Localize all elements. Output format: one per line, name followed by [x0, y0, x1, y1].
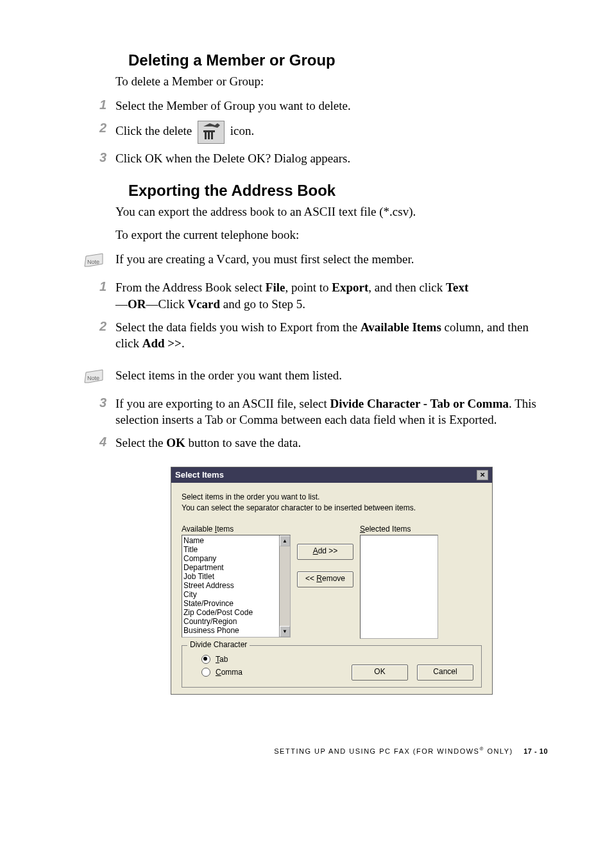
export-step1: From the Address Book select File, point…: [115, 279, 548, 312]
heading-exporting: Exporting the Address Book: [128, 182, 548, 200]
svg-rect-2: [208, 132, 210, 139]
intro-export-1: You can export the address book to an AS…: [115, 205, 548, 219]
dialog-instructions: Select items in the order you want to li…: [182, 492, 482, 514]
svg-rect-4: [203, 130, 215, 132]
list-item[interactable]: Zip Code/Post Code: [183, 608, 289, 617]
dialog-title: Select Items: [175, 470, 224, 480]
export-step3: If you are exporting to an ASCII file, s…: [115, 395, 548, 428]
ok-button[interactable]: OK: [352, 664, 408, 681]
step-number: 3: [83, 395, 115, 410]
list-item[interactable]: Street Address: [183, 581, 289, 590]
scroll-down-icon[interactable]: ▼: [280, 626, 290, 637]
svg-text:Note: Note: [87, 259, 99, 265]
list-item[interactable]: Title: [183, 545, 289, 554]
step-number: 1: [83, 279, 115, 294]
step-number: 1: [83, 98, 115, 112]
heading-deleting: Deleting a Member or Group: [128, 51, 548, 69]
svg-rect-1: [205, 132, 207, 139]
list-item[interactable]: City: [183, 590, 289, 599]
steps-exporting-1: 1 From the Address Book select File, poi…: [83, 279, 548, 352]
list-item[interactable]: Country/Region: [183, 617, 289, 626]
note1-text: If you are creating a Vcard, you must fi…: [115, 251, 414, 268]
remove-button[interactable]: << Remove: [297, 571, 353, 587]
steps-exporting-2: 3 If you are exporting to an ASCII file,…: [83, 395, 548, 451]
available-items-listbox[interactable]: Name Title Company Department Job Titlet…: [182, 535, 291, 638]
step2-prefix: Click the delete: [115, 124, 195, 137]
step-number: 4: [83, 435, 115, 449]
close-icon[interactable]: ✕: [477, 470, 488, 480]
select-items-dialog: Select Items ✕ Select items in the order…: [171, 467, 493, 695]
list-item[interactable]: Company: [183, 554, 289, 563]
radio-comma[interactable]: [201, 668, 210, 677]
svg-text:Note: Note: [87, 375, 99, 381]
step-number: 2: [83, 319, 115, 334]
page-number: 17 - 10: [523, 747, 548, 755]
export-step2: Select the data fields you wish to Expor…: [115, 319, 548, 352]
intro-deleting: To delete a Member or Group:: [115, 74, 548, 89]
scroll-up-icon[interactable]: ▲: [280, 535, 290, 546]
divide-character-group: Divide Character Tab Comma: [182, 645, 482, 688]
steps-deleting: 1 Select the Member of Group you want to…: [83, 98, 548, 166]
selected-items-listbox[interactable]: [360, 535, 438, 639]
step3-text: Click OK when the Delete OK? Dialog appe…: [115, 150, 548, 167]
radio-tab[interactable]: [201, 655, 210, 664]
scrollbar[interactable]: ▲ ▼: [279, 535, 290, 637]
list-item[interactable]: Job Titlet: [183, 572, 289, 581]
intro-export-2: To export the current telephone book:: [115, 228, 548, 242]
list-item[interactable]: Name: [183, 536, 289, 545]
step1-text: Select the Member of Group you want to d…: [115, 98, 548, 114]
export-step4: Select the OK button to save the data.: [115, 435, 548, 451]
available-items-label: Available Items: [182, 525, 291, 534]
step2-suffix: icon.: [230, 124, 254, 137]
step-number: 2: [83, 121, 115, 135]
step-number: 3: [83, 150, 115, 165]
add-button[interactable]: Add >>: [297, 544, 353, 560]
cancel-button[interactable]: Cancel: [417, 664, 473, 681]
radio-comma-label: Comma: [216, 668, 242, 677]
selected-items-label: Selected Items: [360, 525, 438, 534]
delete-icon: [198, 121, 225, 144]
note-icon: Note: [83, 367, 105, 385]
dialog-titlebar: Select Items ✕: [171, 467, 492, 483]
svg-rect-3: [211, 132, 213, 139]
list-item[interactable]: Business Phone: [183, 626, 289, 635]
divide-character-legend: Divide Character: [187, 640, 250, 649]
radio-tab-label: Tab: [216, 655, 228, 664]
list-item[interactable]: Department: [183, 563, 289, 572]
step2-text: Click the delete icon.: [115, 121, 548, 144]
list-item[interactable]: State/Province: [183, 599, 289, 608]
page-footer: SETTING UP AND USING PC FAX (FOR WINDOWS…: [83, 746, 548, 755]
note-icon: Note: [83, 251, 105, 269]
note2-text: Select items in the order you want them …: [115, 367, 342, 384]
